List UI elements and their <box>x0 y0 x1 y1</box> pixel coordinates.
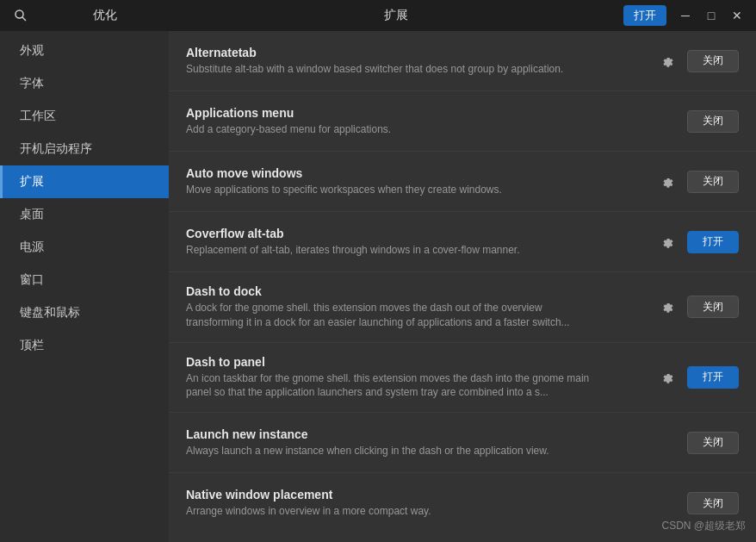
ext-toggle-native-window-placement[interactable]: 关闭 <box>687 492 739 514</box>
section-title: 扩展 <box>169 8 623 23</box>
ext-toggle-dash-to-dock[interactable]: 关闭 <box>687 296 739 318</box>
ext-item-dash-to-panel: Dash to panel An icon taskbar for the gn… <box>169 343 756 414</box>
sidebar-item-extensions[interactable]: 扩展 <box>0 165 169 198</box>
ext-info-auto-move-windows: Auto move windows Move applications to s… <box>186 166 654 197</box>
ext-info-alternatetab: Alternatetab Substitute alt-tab with a w… <box>186 46 654 77</box>
extensions-list: Alternatetab Substitute alt-tab with a w… <box>169 31 756 542</box>
ext-item-dash-to-dock: Dash to dock A dock for the gnome shell.… <box>169 272 756 343</box>
sidebar: 外观 字体 工作区 开机启动程序 扩展 桌面 电源 窗口 键盘和鼠标 顶栏 <box>0 31 169 542</box>
ext-info-native-window-placement: Native window placement Arrange windows … <box>186 488 687 519</box>
ext-controls-alternatetab: 关闭 <box>654 48 739 74</box>
ext-item-coverflow-alt-tab: Coverflow alt-tab Replacement of alt-tab… <box>169 212 756 272</box>
ext-gear-dash-to-dock[interactable] <box>654 294 680 320</box>
sidebar-item-power[interactable]: 电源 <box>0 231 169 264</box>
sidebar-item-keyboard[interactable]: 键盘和鼠标 <box>0 296 169 329</box>
ext-desc-native-window-placement: Arrange windows in overview in a more co… <box>186 504 599 519</box>
ext-name-coverflow-alt-tab: Coverflow alt-tab <box>186 227 654 240</box>
ext-controls-native-window-placement: 关闭 <box>687 492 739 514</box>
ext-name-auto-move-windows: Auto move windows <box>186 166 654 180</box>
ext-toggle-coverflow-alt-tab[interactable]: 打开 <box>687 231 739 253</box>
ext-item-applications-menu: Applications menu Add a category-based m… <box>169 91 756 152</box>
ext-info-launch-new-instance: Launch new instance Always launch a new … <box>186 427 687 458</box>
ext-info-applications-menu: Applications menu Add a category-based m… <box>186 106 687 137</box>
ext-controls-dash-to-panel: 打开 <box>654 364 739 390</box>
ext-info-dash-to-dock: Dash to dock A dock for the gnome shell.… <box>186 284 654 330</box>
ext-desc-coverflow-alt-tab: Replacement of alt-tab, iterates through… <box>186 243 599 258</box>
ext-item-alternatetab: Alternatetab Substitute alt-tab with a w… <box>169 31 756 91</box>
ext-desc-dash-to-dock: A dock for the gnome shell. this extensi… <box>186 301 599 330</box>
ext-info-dash-to-panel: Dash to panel An icon taskbar for the gn… <box>186 355 654 401</box>
ext-gear-coverflow-alt-tab[interactable] <box>654 229 680 255</box>
app-title: 优化 <box>41 8 169 23</box>
ext-controls-auto-move-windows: 关闭 <box>654 169 739 195</box>
sidebar-item-fonts[interactable]: 字体 <box>0 67 169 100</box>
ext-toggle-dash-to-panel[interactable]: 打开 <box>687 366 739 389</box>
ext-gear-alternatetab[interactable] <box>654 48 680 74</box>
ext-controls-coverflow-alt-tab: 打开 <box>654 229 739 255</box>
ext-desc-applications-menu: Add a category-based menu for applicatio… <box>186 122 599 137</box>
close-button[interactable]: ✕ <box>725 7 749 24</box>
ext-desc-launch-new-instance: Always launch a new instance when clicki… <box>186 444 599 458</box>
ext-name-dash-to-panel: Dash to panel <box>186 355 654 369</box>
titlebar: 优化 扩展 打开 ─ □ ✕ <box>0 0 756 31</box>
search-icon[interactable] <box>0 9 41 22</box>
ext-gear-dash-to-panel[interactable] <box>654 364 680 390</box>
main-layout: 外观 字体 工作区 开机启动程序 扩展 桌面 电源 窗口 键盘和鼠标 顶栏 Al… <box>0 31 756 542</box>
ext-toggle-alternatetab[interactable]: 关闭 <box>687 50 739 72</box>
ext-controls-applications-menu: 关闭 <box>687 110 739 133</box>
ext-desc-auto-move-windows: Move applications to specific workspaces… <box>186 183 599 197</box>
ext-name-launch-new-instance: Launch new instance <box>186 427 687 441</box>
watermark: CSDN @超级老郑 <box>661 519 746 533</box>
ext-info-coverflow-alt-tab: Coverflow alt-tab Replacement of alt-tab… <box>186 227 654 258</box>
sidebar-item-window[interactable]: 窗口 <box>0 264 169 296</box>
ext-item-launch-new-instance: Launch new instance Always launch a new … <box>169 413 756 473</box>
ext-controls-dash-to-dock: 关闭 <box>654 294 739 320</box>
ext-name-applications-menu: Applications menu <box>186 106 687 120</box>
ext-toggle-applications-menu[interactable]: 关闭 <box>687 110 739 133</box>
sidebar-item-desktop[interactable]: 桌面 <box>0 198 169 231</box>
ext-name-dash-to-dock: Dash to dock <box>186 284 654 298</box>
ext-item-auto-move-windows: Auto move windows Move applications to s… <box>169 152 756 212</box>
ext-toggle-launch-new-instance[interactable]: 关闭 <box>687 432 739 454</box>
minimize-button[interactable]: ─ <box>673 7 697 24</box>
ext-desc-alternatetab: Substitute alt-tab with a window based s… <box>186 62 599 77</box>
sidebar-item-workspace[interactable]: 工作区 <box>0 100 169 133</box>
ext-gear-auto-move-windows[interactable] <box>654 169 680 195</box>
ext-controls-launch-new-instance: 关闭 <box>687 432 739 454</box>
ext-desc-dash-to-panel: An icon taskbar for the gnome shell. thi… <box>186 371 599 401</box>
ext-toggle-auto-move-windows[interactable]: 关闭 <box>687 171 739 193</box>
sidebar-item-topbar[interactable]: 顶栏 <box>0 329 169 362</box>
svg-line-1 <box>22 17 26 21</box>
window-controls: ─ □ ✕ <box>673 7 749 24</box>
ext-name-native-window-placement: Native window placement <box>186 488 687 502</box>
sidebar-item-appearance[interactable]: 外观 <box>0 34 169 67</box>
header-toggle-button[interactable]: 打开 <box>623 5 666 26</box>
sidebar-item-startup[interactable]: 开机启动程序 <box>0 133 169 165</box>
maximize-button[interactable]: □ <box>699 7 723 24</box>
svg-point-0 <box>15 10 23 18</box>
ext-name-alternatetab: Alternatetab <box>186 46 654 59</box>
